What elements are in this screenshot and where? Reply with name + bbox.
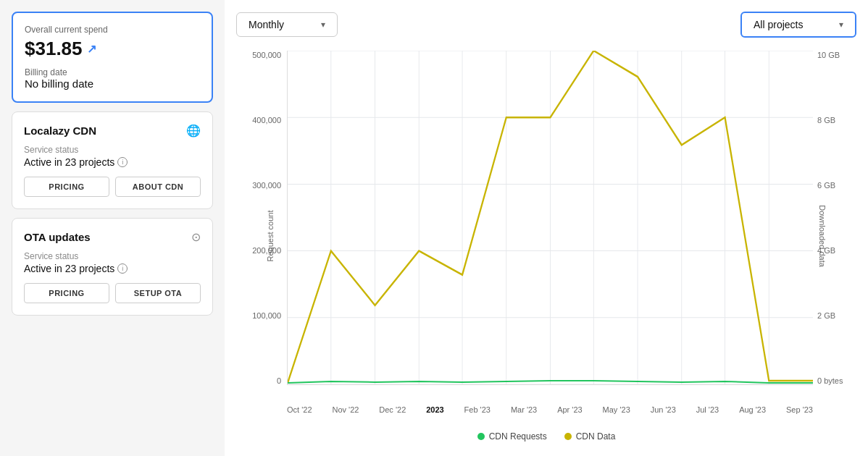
cdn-status-value: Active in 23 projects i: [24, 156, 201, 168]
x-label-9: Jul '23: [696, 405, 719, 414]
ota-status-label: Service status: [24, 251, 201, 261]
ota-title: OTA updates: [24, 231, 91, 243]
ota-setup-button[interactable]: SETUP OTA: [115, 283, 201, 303]
legend-cdn-data: CDN Data: [564, 431, 616, 442]
y-right-2: 6 GB: [817, 181, 835, 190]
x-label-7: May '23: [603, 405, 630, 414]
ota-status-value: Active in 23 projects i: [24, 263, 201, 274]
ota-card: OTA updates ⊙ Service status Active in 2…: [12, 218, 213, 316]
ota-buttons: PRICING SETUP OTA: [24, 283, 201, 303]
project-dropdown-arrow: ▾: [839, 20, 843, 30]
legend-cdn-requests-dot: [477, 433, 485, 440]
spend-card: Overall current spend $31.85 ↗ Billing d…: [12, 12, 213, 103]
x-label-10: Aug '23: [739, 405, 766, 414]
period-dropdown-arrow: ▾: [321, 20, 325, 30]
cdn-status-label: Service status: [24, 145, 201, 155]
y-left-0: 500,000: [252, 51, 281, 59]
spend-value: $31.85 ↗: [25, 38, 200, 60]
ota-info-icon[interactable]: i: [117, 263, 128, 274]
y-axis-left-label: Request count: [266, 211, 275, 262]
legend-cdn-data-dot: [564, 433, 572, 440]
chart-svg: [288, 51, 813, 384]
chart-legend: CDN Requests CDN Data: [236, 431, 856, 444]
ota-card-header: OTA updates ⊙: [24, 230, 201, 244]
period-dropdown[interactable]: Monthly ▾: [236, 12, 338, 37]
x-label-2: Dec '22: [379, 405, 406, 414]
x-label-4: Feb '23: [464, 405, 491, 414]
x-label-8: Jun '23: [651, 405, 676, 414]
sidebar: Overall current spend $31.85 ↗ Billing d…: [0, 0, 225, 456]
trend-icon: ↗: [87, 42, 96, 56]
x-label-6: Apr '23: [557, 405, 583, 414]
chart-svg-area: [287, 51, 813, 385]
y-left-4: 100,000: [252, 311, 281, 320]
y-axis-right-label: Downloaded data: [818, 205, 827, 267]
billing-label: Billing date: [25, 67, 200, 77]
x-axis: Oct '22 Nov '22 Dec '22 2023 Feb '23 Mar…: [287, 405, 813, 414]
chart-container: 500,000 400,000 300,000 200,000 100,000 …: [236, 43, 856, 428]
cdn-card-header: Localazy CDN 🌐: [24, 124, 201, 138]
cdn-about-button[interactable]: ABOUT CDN: [115, 177, 201, 197]
x-label-3: 2023: [426, 405, 443, 414]
cdn-title: Localazy CDN: [24, 124, 96, 137]
y-right-4: 2 GB: [817, 311, 835, 320]
x-label-0: Oct '22: [287, 405, 312, 414]
legend-cdn-data-label: CDN Data: [576, 431, 616, 442]
legend-cdn-requests-label: CDN Requests: [489, 431, 547, 442]
x-label-11: Sep '23: [786, 405, 813, 414]
y-right-1: 8 GB: [817, 116, 835, 124]
top-controls: Monthly ▾ All projects ▾: [236, 12, 856, 38]
y-left-1: 400,000: [252, 116, 281, 124]
project-dropdown[interactable]: All projects ▾: [740, 12, 856, 38]
x-label-1: Nov '22: [332, 405, 359, 414]
globe-icon: 🌐: [186, 124, 201, 138]
billing-value: No billing date: [25, 77, 200, 90]
cdn-info-icon[interactable]: i: [117, 157, 128, 167]
cdn-pricing-button[interactable]: PRICING: [24, 177, 109, 197]
cdn-card: Localazy CDN 🌐 Service status Active in …: [12, 111, 213, 209]
ota-pricing-button[interactable]: PRICING: [24, 283, 109, 303]
main-content: Monthly ▾ All projects ▾ 500,000 400,000…: [225, 0, 868, 456]
y-left-5: 0: [277, 376, 281, 385]
cdn-buttons: PRICING ABOUT CDN: [24, 177, 201, 197]
y-axis-left: 500,000 400,000 300,000 200,000 100,000 …: [236, 51, 287, 385]
y-right-0: 10 GB: [817, 51, 840, 59]
legend-cdn-requests: CDN Requests: [477, 431, 547, 442]
y-right-5: 0 bytes: [817, 376, 843, 385]
x-label-5: Mar '23: [511, 405, 537, 414]
y-left-2: 300,000: [252, 181, 281, 190]
ota-icon: ⊙: [191, 230, 201, 244]
spend-label: Overall current spend: [25, 25, 200, 35]
